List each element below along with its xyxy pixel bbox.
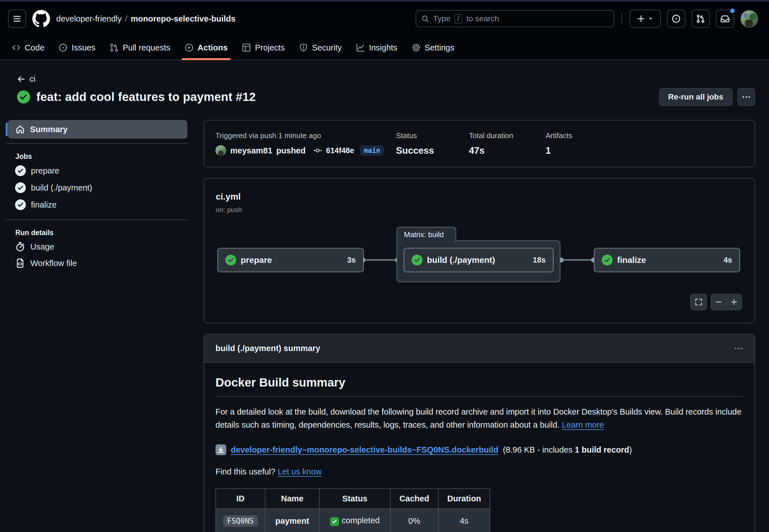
graph-node-finalize[interactable]: finalize 4s bbox=[594, 248, 740, 272]
rerun-all-jobs-button[interactable]: Re-run all jobs bbox=[659, 88, 732, 106]
slash-key-hint: / bbox=[454, 14, 462, 24]
let-us-know-link[interactable]: Let us know bbox=[278, 467, 322, 476]
commit-sha-link[interactable]: 614f48e bbox=[326, 146, 354, 155]
graph-zoom-out-button[interactable] bbox=[711, 298, 726, 306]
build-id-pill: FSQ0NS bbox=[223, 515, 258, 527]
sidebar-job-build-payment[interactable]: build (./payment) bbox=[6, 179, 187, 196]
tab-security[interactable]: Security bbox=[294, 36, 347, 60]
build-cached: 0% bbox=[408, 516, 420, 525]
search-placeholder-prefix: Type bbox=[433, 14, 450, 23]
job-summary-kebab-button[interactable] bbox=[734, 344, 743, 353]
gear-icon bbox=[412, 43, 421, 52]
graph-icon bbox=[356, 43, 365, 52]
github-logo-icon[interactable] bbox=[32, 10, 50, 28]
status-value: Success bbox=[396, 145, 469, 156]
check-circle-icon bbox=[15, 182, 26, 193]
learn-more-link[interactable]: Learn more bbox=[562, 420, 604, 429]
sidebar-item-usage[interactable]: Usage bbox=[6, 238, 187, 255]
user-avatar[interactable] bbox=[740, 10, 758, 28]
check-circle-icon bbox=[602, 255, 613, 265]
tab-settings[interactable]: Settings bbox=[406, 36, 460, 60]
workflow-file-label: Workflow file bbox=[30, 259, 77, 268]
build-record-download-link[interactable]: developer-friendly~monorepo-selective-bu… bbox=[231, 445, 498, 455]
graph-node-build-payment[interactable]: build (./payment) 18s bbox=[404, 248, 553, 272]
stopwatch-icon bbox=[15, 242, 25, 252]
docker-build-summary-title: Docker Build summary bbox=[216, 376, 743, 397]
node-duration: 18s bbox=[533, 256, 545, 265]
create-new-button[interactable] bbox=[630, 10, 661, 28]
circle-dot-icon bbox=[672, 14, 681, 23]
issues-header-button[interactable] bbox=[667, 10, 685, 28]
breadcrumb: developer-friendly / monorepo-selective-… bbox=[56, 14, 236, 24]
tab-code[interactable]: Code bbox=[7, 36, 49, 60]
graph-zoom-in-button[interactable] bbox=[726, 298, 741, 306]
node-label: build (./payment) bbox=[427, 255, 495, 265]
breadcrumb-repo[interactable]: monorepo-selective-builds bbox=[131, 14, 236, 24]
workflow-trigger-event: on: push bbox=[216, 206, 242, 214]
completed-check-icon bbox=[330, 517, 339, 526]
kebab-horizontal-icon bbox=[734, 344, 743, 353]
tab-pull-requests-label: Pull requests bbox=[123, 43, 170, 52]
back-to-workflow-link[interactable]: ci bbox=[17, 74, 35, 84]
file-code-icon bbox=[15, 258, 25, 268]
back-link-label: ci bbox=[29, 74, 35, 84]
branch-badge[interactable]: main bbox=[360, 145, 384, 156]
tab-security-label: Security bbox=[312, 43, 342, 52]
selected-item-accent-bar bbox=[6, 123, 8, 136]
notification-dot bbox=[729, 7, 736, 14]
actor-login[interactable]: meysam81 bbox=[230, 146, 272, 155]
minus-icon bbox=[715, 298, 723, 306]
check-circle-icon bbox=[15, 165, 26, 176]
check-circle-icon bbox=[412, 255, 422, 265]
run-title-row: feat: add cool features to payment #12 R… bbox=[17, 88, 755, 106]
sidebar-item-workflow-file[interactable]: Workflow file bbox=[6, 255, 187, 271]
actor-avatar[interactable] bbox=[216, 145, 226, 156]
sidebar-item-summary[interactable]: Summary bbox=[8, 120, 187, 139]
inbox-icon bbox=[721, 14, 730, 23]
run-options-kebab-button[interactable] bbox=[738, 88, 755, 106]
download-meta-prefix: (8.96 KB - includes bbox=[503, 445, 575, 454]
table-row: FSQ0NS payment completed 0% 4s bbox=[216, 509, 490, 532]
download-meta-suffix: ) bbox=[629, 445, 632, 454]
usage-label: Usage bbox=[30, 242, 54, 252]
pull-requests-header-button[interactable] bbox=[692, 10, 710, 28]
hamburger-menu-button[interactable] bbox=[8, 10, 26, 28]
check-circle-icon bbox=[226, 255, 236, 265]
tab-actions[interactable]: Actions bbox=[179, 36, 233, 60]
inbox-header-button[interactable] bbox=[716, 10, 734, 28]
sidebar-divider bbox=[6, 219, 187, 220]
graph-node-prepare[interactable]: prepare 3s bbox=[218, 248, 364, 272]
search-icon bbox=[421, 15, 429, 23]
jobs-heading: Jobs bbox=[15, 152, 187, 161]
status-label: Status bbox=[396, 131, 469, 140]
run-title: feat: add cool features to payment #12 bbox=[36, 90, 256, 104]
total-duration-label: Total duration bbox=[469, 131, 545, 140]
col-header-name: Name bbox=[265, 489, 319, 509]
download-meta: (8.96 KB - includes 1 build record) bbox=[503, 445, 632, 455]
tab-projects[interactable]: Projects bbox=[237, 36, 290, 60]
tab-issues[interactable]: Issues bbox=[53, 36, 100, 60]
build-summary-paragraph: For a detailed look at the build, downlo… bbox=[216, 405, 743, 431]
search-input[interactable]: Type / to search bbox=[416, 10, 614, 27]
git-commit-icon bbox=[313, 146, 322, 155]
edge-prepare-to-build bbox=[365, 259, 398, 261]
tab-issues-label: Issues bbox=[71, 43, 95, 52]
table-header-row: ID Name Status Cached Duration bbox=[216, 489, 490, 509]
shield-icon bbox=[299, 43, 308, 52]
graph-fullscreen-button[interactable] bbox=[690, 294, 707, 310]
tab-pull-requests[interactable]: Pull requests bbox=[104, 36, 175, 60]
plus-icon bbox=[637, 14, 645, 23]
run-details-heading: Run details bbox=[15, 229, 187, 237]
run-sidebar: Summary Jobs prepare build (./payment) f… bbox=[6, 120, 187, 271]
job-label: build (./payment) bbox=[31, 183, 92, 193]
breadcrumb-owner[interactable]: developer-friendly bbox=[56, 14, 122, 24]
home-icon bbox=[15, 124, 25, 134]
arrow-left-icon bbox=[17, 75, 26, 83]
sidebar-divider bbox=[6, 143, 187, 144]
git-pull-request-icon bbox=[696, 14, 705, 23]
code-icon bbox=[12, 43, 21, 52]
trigger-info-column: Triggered via push 1 minute ago meysam81… bbox=[216, 131, 396, 156]
sidebar-job-prepare[interactable]: prepare bbox=[6, 162, 187, 179]
tab-insights[interactable]: Insights bbox=[351, 36, 403, 60]
sidebar-job-finalize[interactable]: finalize bbox=[6, 196, 187, 213]
